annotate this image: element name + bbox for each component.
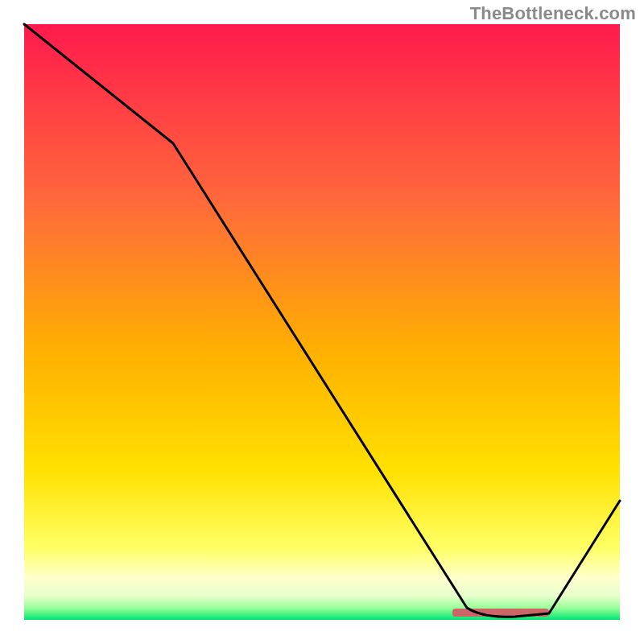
plot-background [24,24,620,620]
bottleneck-chart [0,0,644,644]
watermark-text: TheBottleneck.com [470,3,636,24]
